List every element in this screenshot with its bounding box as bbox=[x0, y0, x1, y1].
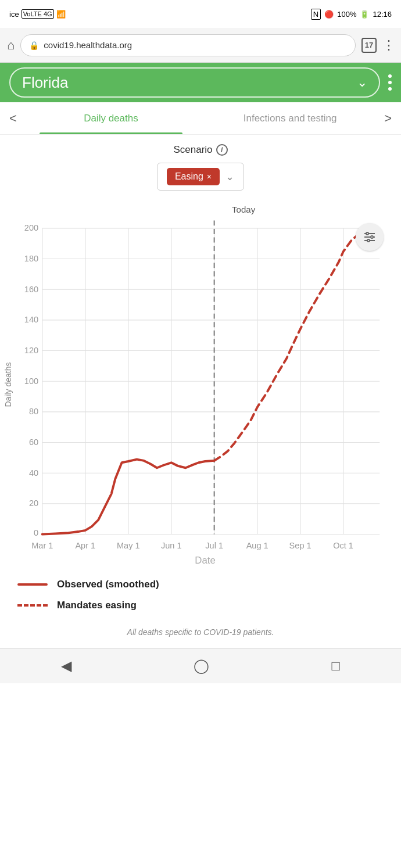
svg-text:140: 140 bbox=[24, 315, 38, 324]
tab-next-arrow[interactable]: > bbox=[379, 111, 396, 126]
svg-text:Jun 1: Jun 1 bbox=[161, 541, 182, 550]
forecast-line-icon bbox=[17, 604, 48, 607]
forecast-label: Mandates easing bbox=[57, 600, 137, 611]
dot3 bbox=[388, 87, 392, 91]
svg-text:100: 100 bbox=[24, 376, 38, 386]
home-button[interactable]: ◯ bbox=[194, 658, 209, 674]
legend-observed: Observed (smoothed) bbox=[17, 579, 384, 590]
state-header: Florida ⌄ bbox=[0, 63, 401, 102]
svg-text:60: 60 bbox=[29, 437, 38, 447]
tab-daily-deaths[interactable]: Daily deaths bbox=[22, 102, 201, 134]
bottom-nav: ◀ ◯ □ bbox=[0, 648, 401, 683]
svg-text:Jul 1: Jul 1 bbox=[205, 541, 223, 550]
svg-text:Oct 1: Oct 1 bbox=[333, 541, 353, 550]
forecast-line bbox=[214, 232, 361, 461]
legend: Observed (smoothed) Mandates easing bbox=[0, 567, 401, 623]
remove-scenario-icon[interactable]: × bbox=[207, 172, 212, 181]
easing-label: Easing bbox=[175, 171, 203, 182]
footnote: All deaths specific to COVID-19 patients… bbox=[0, 623, 401, 648]
info-icon[interactable]: i bbox=[216, 144, 228, 156]
svg-text:160: 160 bbox=[24, 285, 38, 294]
scenario-label: Scenario i bbox=[173, 144, 227, 156]
status-right: N 🔴 100% 🔋 12:16 bbox=[311, 9, 392, 20]
svg-text:May 1: May 1 bbox=[117, 541, 140, 550]
legend-forecast: Mandates easing bbox=[17, 600, 384, 611]
signal-icon: 📶 bbox=[56, 10, 66, 19]
scenario-chevron-icon[interactable]: ⌄ bbox=[225, 170, 234, 183]
network-label: VoLTE 4G bbox=[22, 9, 54, 19]
svg-text:Mar 1: Mar 1 bbox=[31, 541, 53, 550]
observed-line-icon bbox=[17, 583, 48, 586]
chart-wrapper: Daily deaths 200 180 160 140 120 100 80 … bbox=[0, 202, 394, 567]
time-label: 12:16 bbox=[373, 10, 392, 19]
svg-text:120: 120 bbox=[24, 346, 38, 355]
recents-button[interactable]: □ bbox=[331, 658, 340, 674]
tab-prev-arrow[interactable]: < bbox=[5, 111, 22, 126]
bluetooth-icon: 🔴 bbox=[324, 10, 334, 19]
url-label: covid19.healthdata.org bbox=[44, 40, 132, 50]
svg-text:Aug 1: Aug 1 bbox=[246, 541, 268, 550]
svg-point-4 bbox=[371, 236, 373, 238]
svg-text:Date: Date bbox=[195, 555, 215, 566]
tab-infections-testing[interactable]: Infections and testing bbox=[201, 102, 379, 134]
dot1 bbox=[388, 74, 392, 78]
home-icon[interactable]: ⌂ bbox=[7, 38, 15, 53]
scenario-pill[interactable]: Easing × ⌄ bbox=[157, 163, 244, 191]
status-bar: ice VoLTE 4G 📶 N 🔴 100% 🔋 12:16 bbox=[0, 0, 401, 28]
easing-badge[interactable]: Easing × bbox=[167, 168, 220, 185]
svg-text:180: 180 bbox=[24, 254, 38, 263]
tab-bar: < Daily deaths Infections and testing > bbox=[0, 102, 401, 135]
carrier-label: ice bbox=[9, 10, 19, 19]
chart-container: Today Daily deaths 2 bbox=[0, 202, 401, 567]
svg-point-5 bbox=[367, 239, 370, 242]
address-bar[interactable]: 🔒 covid19.healthdata.org bbox=[20, 34, 356, 56]
svg-text:0: 0 bbox=[34, 528, 38, 537]
svg-text:80: 80 bbox=[29, 407, 38, 416]
chart-settings-button[interactable] bbox=[356, 223, 384, 251]
svg-text:200: 200 bbox=[24, 223, 38, 232]
browser-bar: ⌂ 🔒 covid19.healthdata.org 17 ⋮ bbox=[0, 28, 401, 63]
vertical-dots-menu[interactable] bbox=[388, 74, 392, 91]
svg-text:40: 40 bbox=[29, 468, 38, 478]
state-selector[interactable]: Florida ⌄ bbox=[9, 67, 380, 98]
scenario-section: Scenario i Easing × ⌄ bbox=[0, 135, 401, 195]
tab-count[interactable]: 17 bbox=[361, 38, 377, 53]
dot2 bbox=[388, 81, 392, 84]
nfc-icon: N bbox=[311, 9, 321, 20]
svg-text:Apr 1: Apr 1 bbox=[75, 541, 95, 550]
battery-label: 100% bbox=[337, 10, 356, 19]
y-axis-label: Daily deaths bbox=[3, 202, 16, 567]
svg-text:20: 20 bbox=[29, 498, 38, 508]
lock-icon: 🔒 bbox=[29, 41, 39, 50]
status-left: ice VoLTE 4G 📶 bbox=[9, 9, 66, 19]
state-name-label: Florida bbox=[22, 74, 68, 92]
svg-text:Sep 1: Sep 1 bbox=[289, 541, 312, 550]
chevron-down-icon: ⌄ bbox=[357, 75, 367, 90]
svg-point-3 bbox=[366, 232, 368, 235]
menu-dots-icon[interactable]: ⋮ bbox=[382, 38, 394, 53]
chart-inner: 200 180 160 140 120 100 80 60 40 20 0 bbox=[16, 202, 394, 567]
observed-label: Observed (smoothed) bbox=[57, 579, 159, 590]
scenario-text: Scenario bbox=[173, 144, 212, 156]
chart-svg: 200 180 160 140 120 100 80 60 40 20 0 bbox=[16, 202, 394, 567]
back-button[interactable]: ◀ bbox=[61, 658, 71, 674]
battery-icon: 🔋 bbox=[360, 10, 369, 19]
